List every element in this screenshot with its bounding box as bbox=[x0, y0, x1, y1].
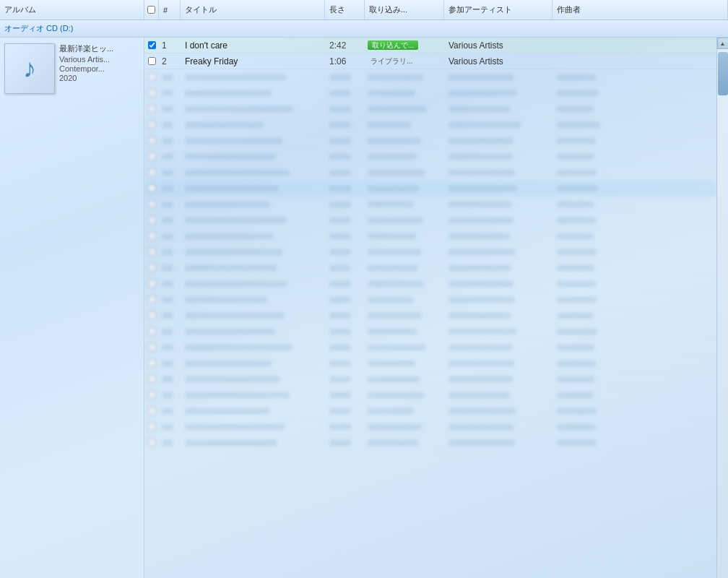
tracks-area: 1 I don't care 2:42 取り込んで... Various Art bbox=[144, 38, 716, 578]
track-row[interactable] bbox=[144, 276, 716, 292]
track-row[interactable]: 1 I don't care 2:42 取り込んで... Various Art bbox=[144, 38, 716, 53]
album-info: 最新洋楽ヒッ... Various Artis... Contempor... … bbox=[59, 43, 113, 82]
track-row[interactable] bbox=[144, 165, 716, 181]
album-name: 最新洋楽ヒッ... bbox=[59, 43, 113, 54]
album-artist: Various Artis... bbox=[59, 55, 113, 64]
track-2-num: 2 bbox=[159, 56, 181, 66]
track-row[interactable] bbox=[144, 197, 716, 212]
track-2-import-status: ライブラリ... bbox=[368, 56, 415, 66]
header-checkbox[interactable] bbox=[147, 6, 155, 14]
track-row[interactable] bbox=[144, 228, 716, 244]
track-row[interactable] bbox=[144, 419, 716, 435]
col-header-length: 長さ bbox=[325, 0, 365, 20]
track-row[interactable] bbox=[144, 403, 716, 419]
main-container: アルバム # タイトル 長さ 取り込み... 参加アーティスト 作曲者 オーディ… bbox=[0, 0, 728, 578]
col-header-import: 取り込み... bbox=[365, 0, 444, 20]
track-2-checkbox[interactable] bbox=[148, 57, 156, 65]
track-row[interactable] bbox=[144, 69, 716, 85]
album-art-section: ♪ 最新洋楽ヒッ... Various Artis... Contempor..… bbox=[4, 40, 139, 97]
track-2-length: 1:06 bbox=[325, 56, 365, 66]
album-year: 2020 bbox=[59, 74, 113, 82]
music-note-icon: ♪ bbox=[23, 53, 36, 84]
track-row[interactable] bbox=[144, 181, 716, 197]
track-row[interactable] bbox=[144, 308, 716, 324]
track-2-check[interactable] bbox=[144, 57, 159, 65]
blurred-tracks bbox=[144, 69, 716, 451]
track-row[interactable]: 2 Freaky Friday 1:06 ライブラリ... Various Ar bbox=[144, 53, 716, 69]
album-panel: ♪ 最新洋楽ヒッ... Various Artis... Contempor..… bbox=[0, 38, 144, 578]
col-header-album: アルバム bbox=[0, 0, 144, 20]
track-list-scroll[interactable]: ♪ 最新洋楽ヒッ... Various Artis... Contempor..… bbox=[0, 38, 728, 578]
track-row[interactable] bbox=[144, 355, 716, 371]
col-header-title: タイトル bbox=[181, 0, 325, 20]
track-1-artist: Various Artists bbox=[444, 40, 552, 51]
track-2-import: ライブラリ... bbox=[365, 56, 444, 66]
track-2-artist: Various Artists bbox=[444, 56, 552, 66]
track-1-checkbox[interactable] bbox=[148, 41, 156, 49]
album-art: ♪ bbox=[4, 43, 55, 94]
scrollbar-thumb[interactable] bbox=[718, 52, 728, 95]
track-1-import: 取り込んで... bbox=[365, 40, 444, 51]
track-1-length: 2:42 bbox=[325, 40, 365, 51]
track-row[interactable] bbox=[144, 117, 716, 133]
scrollbar[interactable]: ▲ ▼ bbox=[716, 38, 728, 578]
track-row[interactable] bbox=[144, 149, 716, 165]
track-row[interactable] bbox=[144, 340, 716, 355]
col-header-num: # bbox=[159, 0, 181, 20]
track-row[interactable] bbox=[144, 133, 716, 149]
track-row[interactable] bbox=[144, 101, 716, 117]
track-2-title: Freaky Friday bbox=[181, 56, 325, 66]
track-1-check[interactable] bbox=[144, 41, 159, 49]
track-1-num: 1 bbox=[159, 40, 181, 51]
track-1-title: I don't care bbox=[181, 40, 325, 51]
scrollbar-up-arrow[interactable]: ▲ bbox=[717, 38, 729, 49]
track-1-import-badge: 取り込んで... bbox=[368, 40, 418, 50]
col-header-composer: 作曲者 bbox=[552, 0, 728, 20]
cd-section-label: オーディオ CD (D:) bbox=[4, 23, 73, 34]
track-row[interactable] bbox=[144, 292, 716, 308]
col-header-artist: 参加アーティスト bbox=[444, 0, 552, 20]
table-header: アルバム # タイトル 長さ 取り込み... 参加アーティスト 作曲者 bbox=[0, 0, 728, 20]
track-row[interactable] bbox=[144, 244, 716, 260]
track-row[interactable] bbox=[144, 260, 716, 276]
track-row[interactable] bbox=[144, 435, 716, 451]
track-row[interactable] bbox=[144, 85, 716, 101]
track-row[interactable] bbox=[144, 212, 716, 228]
col-header-check bbox=[144, 0, 159, 20]
track-row[interactable] bbox=[144, 387, 716, 403]
track-row[interactable] bbox=[144, 371, 716, 387]
content-area: ♪ 最新洋楽ヒッ... Various Artis... Contempor..… bbox=[0, 38, 728, 578]
cd-section-header: オーディオ CD (D:) bbox=[0, 20, 728, 38]
album-genre: Contempor... bbox=[59, 64, 113, 73]
track-row[interactable] bbox=[144, 324, 716, 340]
